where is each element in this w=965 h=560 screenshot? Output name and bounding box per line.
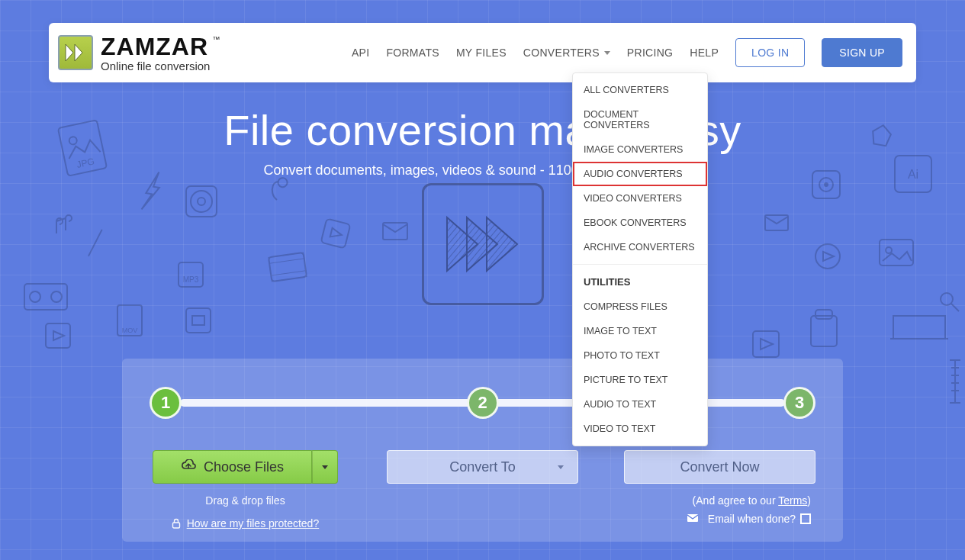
hero-title: File conversion made easy bbox=[0, 105, 965, 155]
dd-video-converters[interactable]: VIDEO CONVERTERS bbox=[573, 186, 707, 211]
svg-rect-36 bbox=[687, 514, 698, 522]
svg-point-5 bbox=[198, 198, 205, 205]
step3-column: Convert Now (And agree to our Terms) Ema… bbox=[624, 450, 815, 531]
email-when-done[interactable]: Email when done? bbox=[687, 513, 811, 525]
navbar: ZAMZAR™ Online file conversion API FORMA… bbox=[49, 23, 916, 82]
convert-now-button[interactable]: Convert Now bbox=[624, 450, 815, 484]
dragdrop-label: Drag & drop files bbox=[150, 494, 341, 507]
hero-subtitle: Convert documents, images, videos & soun… bbox=[0, 163, 965, 179]
svg-rect-14 bbox=[269, 253, 307, 282]
dd-image-converters[interactable]: IMAGE CONVERTERS bbox=[573, 137, 707, 162]
svg-point-28 bbox=[886, 247, 892, 253]
svg-rect-26 bbox=[765, 215, 788, 230]
bg-glyph: MOV bbox=[114, 302, 145, 339]
svg-rect-35 bbox=[172, 523, 179, 528]
svg-point-8 bbox=[51, 291, 62, 302]
bg-glyph bbox=[49, 214, 75, 240]
dd-ebook-converters[interactable]: EBOOK CONVERTERS bbox=[573, 211, 707, 235]
bg-glyph bbox=[877, 237, 916, 269]
svg-rect-3 bbox=[186, 186, 217, 217]
dd-utilities-header: UTILITIES bbox=[573, 269, 707, 294]
logo[interactable]: ZAMZAR™ Online file conversion bbox=[58, 34, 210, 72]
choose-files-button[interactable]: Choose Files bbox=[153, 450, 312, 484]
converters-dropdown: ALL CONVERTERS DOCUMENT CONVERTERS IMAGE… bbox=[572, 72, 708, 446]
logo-icon bbox=[58, 35, 93, 70]
dd-all-converters[interactable]: ALL CONVERTERS bbox=[573, 78, 707, 102]
chevron-down-icon bbox=[558, 465, 564, 469]
nav-api[interactable]: API bbox=[352, 47, 369, 59]
bg-glyph bbox=[750, 328, 782, 360]
dd-compress-files[interactable]: COMPRESS FILES bbox=[573, 294, 707, 319]
dd-photo-to-text[interactable]: PHOTO TO TEXT bbox=[573, 343, 707, 368]
dd-picture-to-text[interactable]: PICTURE TO TEXT bbox=[573, 368, 707, 392]
svg-rect-16 bbox=[271, 271, 307, 282]
svg-rect-27 bbox=[880, 240, 913, 266]
hero: File conversion made easy Convert docume… bbox=[0, 105, 965, 179]
step2-column: Convert To bbox=[387, 450, 578, 531]
dd-video-to-text[interactable]: VIDEO TO TEXT bbox=[573, 417, 707, 441]
svg-rect-9 bbox=[46, 323, 70, 348]
svg-rect-20 bbox=[192, 316, 204, 325]
brand-name: ZAMZAR™ bbox=[101, 34, 210, 59]
bg-glyph bbox=[764, 214, 790, 232]
svg-rect-6 bbox=[24, 284, 67, 310]
bg-glyph bbox=[948, 359, 962, 404]
lock-icon bbox=[172, 518, 181, 531]
bg-glyph bbox=[81, 226, 111, 256]
bg-glyph bbox=[381, 221, 409, 241]
steps: 1 2 3 bbox=[150, 380, 815, 426]
svg-point-25 bbox=[824, 182, 828, 187]
svg-rect-10 bbox=[321, 219, 351, 249]
bg-glyph bbox=[43, 320, 73, 351]
signup-button[interactable]: SIGN UP bbox=[822, 38, 902, 67]
choose-files-split-button[interactable] bbox=[312, 450, 338, 484]
chevron-down-icon bbox=[604, 51, 610, 55]
nav-myfiles[interactable]: MY FILES bbox=[456, 47, 507, 59]
nav-links: API FORMATS MY FILES CONVERTERS PRICING … bbox=[352, 38, 902, 67]
divider bbox=[573, 264, 707, 265]
svg-point-24 bbox=[819, 178, 833, 191]
bg-glyph: MP3 bbox=[175, 259, 206, 290]
bg-glyph bbox=[805, 305, 843, 349]
bg-glyph bbox=[938, 290, 960, 313]
conversion-panel: 1 2 3 Choose Files Drag & drop files bbox=[122, 359, 843, 542]
bg-glyph bbox=[183, 183, 220, 220]
svg-rect-12 bbox=[179, 262, 203, 287]
svg-point-4 bbox=[191, 191, 212, 212]
step-3: 3 bbox=[783, 387, 815, 419]
login-button[interactable]: LOG IN bbox=[735, 38, 805, 67]
dd-audio-to-text[interactable]: AUDIO TO TEXT bbox=[573, 392, 707, 417]
nav-converters[interactable]: CONVERTERS bbox=[523, 47, 610, 59]
step-2: 2 bbox=[467, 387, 499, 419]
svg-rect-19 bbox=[186, 308, 211, 333]
nav-formats[interactable]: FORMATS bbox=[386, 47, 439, 59]
cloud-upload-icon bbox=[181, 459, 196, 475]
dd-document-converters[interactable]: DOCUMENT CONVERTERS bbox=[573, 102, 707, 137]
svg-rect-11 bbox=[383, 223, 407, 240]
svg-rect-31 bbox=[811, 316, 837, 346]
step1-column: Choose Files Drag & drop files How are m… bbox=[150, 450, 341, 531]
svg-text:MOV: MOV bbox=[122, 327, 138, 334]
nav-pricing[interactable]: PRICING bbox=[627, 47, 673, 59]
email-checkbox[interactable] bbox=[800, 513, 811, 524]
bg-glyph bbox=[812, 241, 843, 272]
svg-point-7 bbox=[30, 291, 40, 302]
svg-rect-32 bbox=[815, 310, 832, 319]
dd-image-to-text[interactable]: IMAGE TO TEXT bbox=[573, 319, 707, 343]
mail-icon bbox=[687, 513, 699, 525]
svg-rect-15 bbox=[269, 253, 304, 263]
svg-point-29 bbox=[815, 244, 840, 269]
files-protected-link[interactable]: How are my files protected? bbox=[187, 517, 320, 529]
step-1: 1 bbox=[150, 387, 182, 419]
svg-rect-17 bbox=[117, 305, 142, 336]
convert-to-button[interactable]: Convert To bbox=[387, 450, 578, 484]
terms-link[interactable]: Terms bbox=[778, 494, 807, 507]
hero-illustration bbox=[422, 183, 544, 305]
svg-rect-33 bbox=[753, 331, 779, 357]
svg-text:MP3: MP3 bbox=[183, 275, 199, 284]
dd-archive-converters[interactable]: ARCHIVE CONVERTERS bbox=[573, 235, 707, 259]
dd-audio-converters[interactable]: AUDIO CONVERTERS bbox=[573, 162, 707, 186]
bg-glyph bbox=[23, 282, 69, 311]
nav-help[interactable]: HELP bbox=[690, 47, 719, 59]
bg-glyph bbox=[265, 249, 310, 285]
